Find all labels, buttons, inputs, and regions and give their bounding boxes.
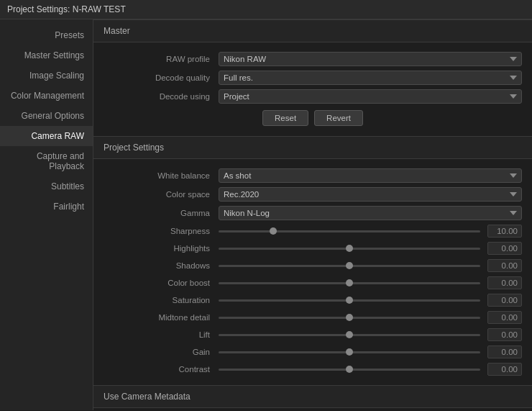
project-settings-header: Project Settings xyxy=(93,136,532,159)
highlights-row: Highlights 0.00 xyxy=(93,240,532,257)
title-bar: Project Settings: N-RAW TEST xyxy=(0,0,532,19)
midtone-detail-value: 0.00 xyxy=(487,311,522,324)
revert-button[interactable]: Revert xyxy=(314,110,363,126)
reset-button[interactable]: Reset xyxy=(262,110,308,126)
decode-using-control: Project xyxy=(219,89,522,104)
gain-row: Gain 0.00 xyxy=(93,343,532,361)
color-boost-value: 0.00 xyxy=(487,276,522,289)
gamma-select[interactable]: Nikon N-Log xyxy=(219,206,522,220)
color-space-select[interactable]: Rec.2020 xyxy=(219,187,522,202)
white-balance-control: As shot xyxy=(219,168,522,183)
raw-profile-control: Nikon RAW xyxy=(219,52,522,66)
color-boost-slider[interactable] xyxy=(219,282,480,284)
decode-using-select[interactable]: Project xyxy=(219,89,522,104)
master-buttons: Reset Revert xyxy=(93,106,532,129)
shadows-value: 0.00 xyxy=(487,259,522,272)
saturation-value: 0.00 xyxy=(487,294,522,307)
sidebar: Presets Master Settings Image Scaling Co… xyxy=(0,19,93,410)
decode-using-row: Decode using Project xyxy=(93,87,532,106)
gain-slider[interactable] xyxy=(219,351,480,353)
color-space-control: Rec.2020 xyxy=(219,187,522,202)
midtone-detail-row: Midtone detail 0.00 xyxy=(93,309,532,326)
gain-label: Gain xyxy=(104,348,219,356)
sidebar-item-master-settings[interactable]: Master Settings xyxy=(0,45,93,66)
decode-quality-row: Decode quality Full res. xyxy=(93,68,532,87)
sharpness-row: Sharpness 10.00 xyxy=(93,222,532,240)
camera-metadata-body: Exposure 0.00 ✓ Color temp 6500 ✓ xyxy=(93,408,532,410)
raw-profile-select[interactable]: Nikon RAW xyxy=(219,52,522,66)
decode-quality-select[interactable]: Full res. xyxy=(219,71,522,85)
sharpness-value: 10.00 xyxy=(487,225,522,238)
shadows-slider[interactable] xyxy=(219,265,480,267)
camera-metadata-header: Use Camera Metadata xyxy=(93,385,532,408)
sidebar-item-capture-playback[interactable]: Capture and Playback xyxy=(0,146,93,176)
raw-profile-row: RAW profile Nikon RAW xyxy=(93,50,532,68)
saturation-row: Saturation 0.00 xyxy=(93,292,532,309)
color-boost-label: Color boost xyxy=(104,279,219,287)
project-settings-body: White balance As shot Color space Rec.20… xyxy=(93,159,532,385)
decode-quality-label: Decode quality xyxy=(104,73,219,82)
sidebar-item-presets[interactable]: Presets xyxy=(0,25,93,45)
contrast-label: Contrast xyxy=(104,365,219,374)
master-section: Master RAW profile Nikon RAW Decode qual… xyxy=(93,19,532,136)
white-balance-select[interactable]: As shot xyxy=(219,168,522,183)
color-space-row: Color space Rec.2020 xyxy=(93,185,532,204)
sidebar-item-color-management[interactable]: Color Management xyxy=(0,86,93,106)
highlights-value: 0.00 xyxy=(487,242,522,255)
sidebar-item-general-options[interactable]: General Options xyxy=(0,106,93,126)
sharpness-slider[interactable] xyxy=(219,230,480,232)
decode-using-label: Decode using xyxy=(104,92,219,101)
color-space-label: Color space xyxy=(104,190,219,199)
white-balance-row: White balance As shot xyxy=(93,166,532,185)
white-balance-label: White balance xyxy=(104,171,219,180)
camera-metadata-section: Use Camera Metadata Exposure 0.00 ✓ xyxy=(93,385,532,410)
lift-row: Lift 0.00 xyxy=(93,326,532,343)
raw-profile-label: RAW profile xyxy=(104,55,219,63)
shadows-label: Shadows xyxy=(104,261,219,270)
shadows-row: Shadows 0.00 xyxy=(93,257,532,274)
color-boost-row: Color boost 0.00 xyxy=(93,274,532,292)
lift-label: Lift xyxy=(104,330,219,339)
main-content: Master RAW profile Nikon RAW Decode qual… xyxy=(93,19,532,410)
highlights-label: Highlights xyxy=(104,244,219,253)
midtone-detail-label: Midtone detail xyxy=(104,313,219,322)
project-settings-section: Project Settings White balance As shot C… xyxy=(93,136,532,385)
contrast-slider[interactable] xyxy=(219,369,480,371)
gamma-control: Nikon N-Log xyxy=(219,206,522,220)
sidebar-item-camera-raw[interactable]: Camera RAW xyxy=(0,126,93,146)
sidebar-item-fairlight[interactable]: Fairlight xyxy=(0,197,93,217)
sidebar-item-image-scaling[interactable]: Image Scaling xyxy=(0,66,93,86)
gamma-row: Gamma Nikon N-Log xyxy=(93,204,532,222)
midtone-detail-slider[interactable] xyxy=(219,317,480,319)
sharpness-label: Sharpness xyxy=(104,227,219,235)
gamma-label: Gamma xyxy=(104,209,219,217)
lift-slider[interactable] xyxy=(219,334,480,336)
saturation-label: Saturation xyxy=(104,296,219,304)
contrast-row: Contrast 0.00 xyxy=(93,361,532,378)
saturation-slider[interactable] xyxy=(219,299,480,302)
gain-value: 0.00 xyxy=(487,345,522,358)
contrast-value: 0.00 xyxy=(487,363,522,376)
highlights-slider[interactable] xyxy=(219,248,480,250)
lift-value: 0.00 xyxy=(487,328,522,341)
sidebar-item-subtitles[interactable]: Subtitles xyxy=(0,176,93,197)
decode-quality-control: Full res. xyxy=(219,71,522,85)
master-section-body: RAW profile Nikon RAW Decode quality Ful… xyxy=(93,42,532,136)
master-section-header: Master xyxy=(93,19,532,42)
